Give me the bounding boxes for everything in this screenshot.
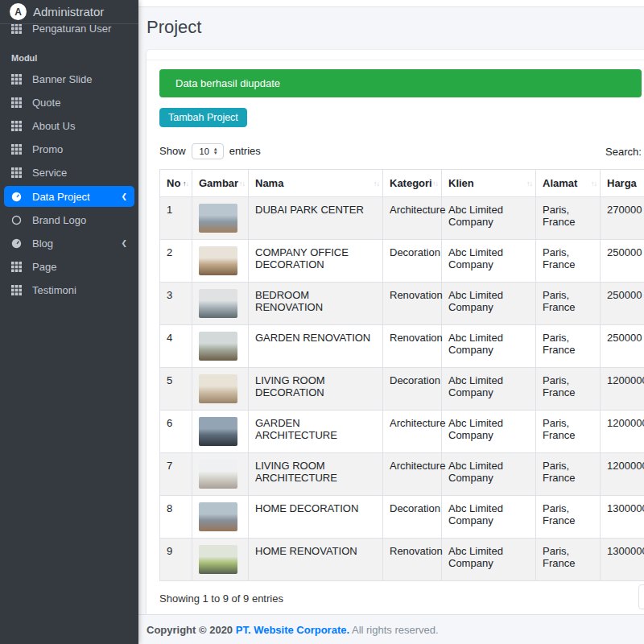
table-row: 3 BEDROOM RENOVATION Renovation Abc Limi… — [160, 283, 644, 325]
content-card: Data berhasil diupdate Tambah Project Sh… — [147, 50, 644, 617]
column-header-klien[interactable]: Klien↑↓ — [442, 170, 536, 197]
sidebar-item-label: Data Project — [32, 191, 90, 203]
card-header — [147, 50, 644, 60]
tachometer-icon — [11, 238, 24, 250]
datatable-length-control: Show 10 ▲▼ entries Search: — [159, 140, 642, 162]
table-row: 2 COMPANY OFFICE DECORATION Decoration A… — [160, 240, 644, 283]
main-content: Project Data berhasil diupdate Tambah Pr… — [138, 0, 644, 644]
sidebar-item-label: Banner Slide — [32, 73, 92, 85]
card-body: Data berhasil diupdate Tambah Project Sh… — [147, 60, 644, 617]
table-row: 8 HOME DECORATION Decoration Abc Limited… — [160, 496, 644, 539]
sidebar-item-page[interactable]: Page — [0, 255, 138, 279]
sidebar-item-about-us[interactable]: About Us — [0, 114, 138, 138]
sidebar-nav: Pengaturan User Modul Banner Slide Quote… — [0, 17, 138, 302]
rights-text: All rights reserved. — [352, 624, 439, 636]
sidebar-item-brand-logo[interactable]: Brand Logo — [0, 208, 138, 232]
table-row: 9 HOME RENOVATION Renovation Abc Limited… — [160, 539, 644, 581]
project-thumbnail — [199, 545, 237, 574]
table-row: 7 LIVING ROOM ARCHITECTURE Architecture … — [160, 453, 644, 496]
brand-logo-icon: A — [10, 3, 27, 20]
page-length-select[interactable]: 10 ▲▼ — [192, 143, 224, 159]
page-length-value: 10 — [200, 147, 209, 156]
table-row: 1 DUBAI PARK CENTER Architecture Abc Lim… — [160, 197, 644, 240]
success-alert: Data berhasil diupdate — [159, 69, 642, 97]
chevron-left-icon: ❮ — [121, 240, 127, 247]
sort-desc-icon: ↓ — [242, 180, 246, 188]
sidebar-item-label: Pengaturan User — [32, 23, 111, 35]
sidebar-item-data-project[interactable]: Data Project ❮ — [4, 186, 134, 207]
search-label: Search: — [605, 146, 642, 158]
project-thumbnail — [199, 502, 237, 531]
sidebar-item-label: Blog — [32, 237, 53, 250]
sort-desc-icon: ↓ — [186, 180, 189, 188]
footer: Copyright © 2020 PT. Website Corporate. … — [138, 614, 644, 644]
brand-title: Administrator — [33, 5, 104, 19]
sidebar-item-blog[interactable]: Blog ❮ — [0, 232, 138, 255]
chevron-left-icon: ❮ — [121, 193, 127, 200]
length-label-before: Show — [159, 145, 186, 157]
column-header-no[interactable]: No↑↓ — [160, 170, 192, 197]
sidebar-item-service[interactable]: Service — [0, 161, 138, 184]
sidebar-item-label: Promo — [32, 143, 63, 155]
grid-icon — [11, 144, 24, 155]
column-header-gambar[interactable]: Gambar↑↓ — [192, 170, 249, 197]
select-arrows-icon: ▲▼ — [213, 147, 218, 155]
sidebar-item-testimoni[interactable]: Testimoni — [0, 279, 138, 302]
project-thumbnail — [199, 460, 237, 489]
grid-icon — [11, 74, 24, 85]
table-info: Showing 1 to 9 of 9 entries — [159, 592, 642, 605]
length-label-after: entries — [229, 145, 261, 157]
sort-desc-icon: ↓ — [436, 180, 439, 188]
grid-icon — [11, 121, 24, 132]
grid-icon — [11, 262, 24, 273]
column-header-kategori[interactable]: Kategori↑↓ — [383, 170, 442, 197]
sidebar-item-label: Quote — [32, 97, 60, 109]
project-thumbnail — [199, 204, 237, 233]
column-header-harga[interactable]: Harga↑↓ — [601, 170, 644, 197]
column-header-alamat[interactable]: Alamat↑↓ — [536, 170, 601, 197]
table-row: 6 GARDEN ARCHITECTURE Architecture Abc L… — [160, 411, 644, 453]
tachometer-icon — [11, 191, 24, 202]
sort-desc-icon: ↓ — [530, 180, 533, 188]
sidebar-item-banner-slide[interactable]: Banner Slide — [0, 68, 138, 91]
table-header-row: No↑↓ Gambar↑↓ Nama↑↓ Kategori↑↓ Klien↑↓ … — [160, 170, 644, 197]
grid-icon — [11, 285, 24, 296]
sidebar-section-label: Modul — [0, 53, 138, 63]
add-project-button[interactable]: Tambah Project — [159, 108, 247, 127]
table-row: 4 GARDEN RENOVATION Renovation Abc Limit… — [160, 325, 644, 368]
copyright-text: Copyright © 2020 — [147, 624, 233, 636]
circle-icon — [11, 215, 24, 226]
project-thumbnail — [199, 417, 237, 446]
sidebar-item-label: Service — [32, 167, 67, 179]
project-thumbnail — [199, 374, 237, 403]
project-thumbnail — [199, 246, 237, 275]
sidebar-item-promo[interactable]: Promo — [0, 138, 138, 161]
grid-icon — [11, 167, 24, 179]
sort-desc-icon: ↓ — [594, 180, 597, 188]
datatable-search: Search: — [605, 140, 644, 163]
datatable-wrapper: Show 10 ▲▼ entries Search: — [159, 140, 642, 605]
project-thumbnail — [199, 289, 237, 318]
sidebar-item-quote[interactable]: Quote — [0, 91, 138, 114]
pagination-previous-button[interactable] — [638, 584, 644, 609]
top-navbar-edge — [138, 0, 644, 7]
column-header-nama[interactable]: Nama↑↓ — [249, 170, 383, 197]
brand[interactable]: A Administrator — [0, 0, 138, 24]
sidebar: A Administrator Pengaturan User Modul Ba… — [0, 0, 138, 644]
sidebar-item-label: Page — [32, 261, 56, 273]
grid-icon — [11, 97, 24, 109]
sidebar-item-label: Brand Logo — [32, 214, 86, 226]
page-title: Project — [147, 17, 644, 38]
table-row: 5 LIVING ROOM DECORATION Decoration Abc … — [160, 368, 644, 411]
sidebar-item-label: Testimoni — [32, 284, 76, 296]
grid-icon — [11, 23, 24, 35]
sort-desc-icon: ↓ — [377, 180, 380, 188]
company-link[interactable]: PT. Website Corporate. — [236, 624, 349, 636]
projects-table: No↑↓ Gambar↑↓ Nama↑↓ Kategori↑↓ Klien↑↓ … — [159, 169, 644, 581]
sidebar-item-label: About Us — [32, 120, 75, 132]
project-thumbnail — [199, 332, 237, 361]
